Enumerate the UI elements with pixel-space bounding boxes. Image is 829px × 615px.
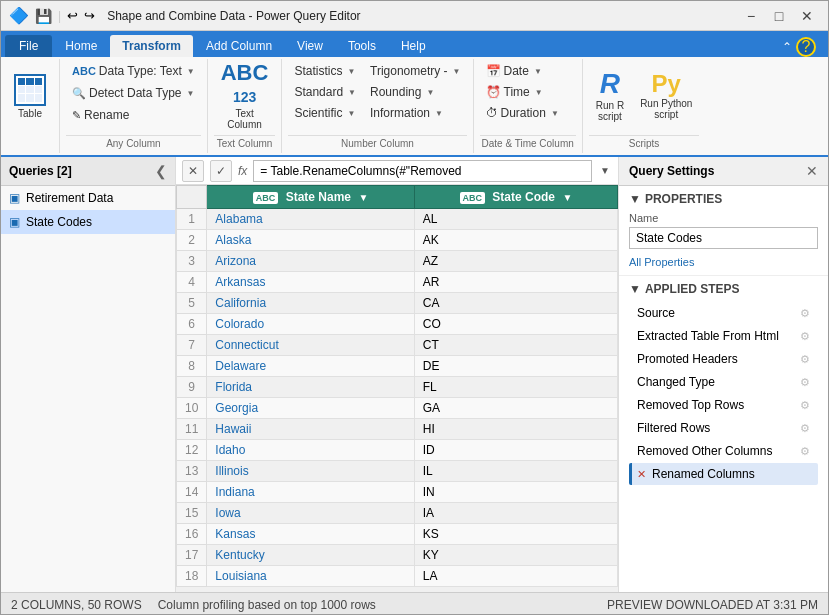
state-name-cell[interactable]: Alaska xyxy=(207,230,414,251)
state-name-cell[interactable]: Arizona xyxy=(207,251,414,272)
state-name-cell[interactable]: Florida xyxy=(207,377,414,398)
text-column-button[interactable]: ABC123 TextColumn xyxy=(214,61,276,131)
tab-view[interactable]: View xyxy=(285,35,335,57)
close-settings-button[interactable]: ✕ xyxy=(806,163,818,179)
rename-button[interactable]: ✎ Rename xyxy=(66,105,201,125)
date-arrow: ▼ xyxy=(534,67,542,76)
applied-step[interactable]: ✕ Renamed Columns xyxy=(629,463,818,485)
rename-label: Rename xyxy=(84,108,129,122)
tab-file[interactable]: File xyxy=(5,35,52,57)
number-column-content: Statistics ▼ Standard ▼ Scientific ▼ Tri… xyxy=(288,61,466,133)
save-icon[interactable]: 💾 xyxy=(35,8,52,24)
maximize-button[interactable]: □ xyxy=(766,5,792,27)
state-name-cell[interactable]: Arkansas xyxy=(207,272,414,293)
table-label: Table xyxy=(18,108,42,119)
trigonometry-button[interactable]: Trigonometry - ▼ xyxy=(364,61,467,81)
step-label: Source xyxy=(637,306,675,320)
state-name-cell[interactable]: California xyxy=(207,293,414,314)
undo-icon[interactable]: ↩ xyxy=(67,8,78,23)
state-name-cell[interactable]: Connecticut xyxy=(207,335,414,356)
applied-step[interactable]: Removed Top Rows ⚙ xyxy=(629,394,818,416)
state-name-cell[interactable]: Georgia xyxy=(207,398,414,419)
query-item-retirement[interactable]: ▣ Retirement Data xyxy=(1,186,175,210)
state-name-cell[interactable]: Hawaii xyxy=(207,419,414,440)
table-row: 17 Kentucky KY xyxy=(177,545,618,566)
formula-input[interactable] xyxy=(253,160,592,182)
applied-step[interactable]: Filtered Rows ⚙ xyxy=(629,417,818,439)
date-label: Date xyxy=(504,64,529,78)
state-name-cell[interactable]: Delaware xyxy=(207,356,414,377)
applied-step[interactable]: Extracted Table From Html ⚙ xyxy=(629,325,818,347)
state-name-cell[interactable]: Kentucky xyxy=(207,545,414,566)
state-name-cell[interactable]: Colorado xyxy=(207,314,414,335)
formula-cancel-button[interactable]: ✕ xyxy=(182,160,204,182)
time-button[interactable]: ⏰ Time ▼ xyxy=(480,82,565,102)
help-icon[interactable]: ⌃ ? xyxy=(782,37,816,57)
state-name-cell[interactable]: Iowa xyxy=(207,503,414,524)
state-name-cell[interactable]: Indiana xyxy=(207,482,414,503)
detect-dropdown-arrow: ▼ xyxy=(187,89,195,98)
step-gear-icon[interactable]: ⚙ xyxy=(800,422,810,435)
step-gear-icon[interactable]: ⚙ xyxy=(800,353,810,366)
standard-arrow: ▼ xyxy=(348,88,356,97)
query-name-input[interactable] xyxy=(629,227,818,249)
formula-confirm-button[interactable]: ✓ xyxy=(210,160,232,182)
state-name-filter-arrow[interactable]: ▼ xyxy=(358,192,368,203)
state-name-cell[interactable]: Alabama xyxy=(207,209,414,230)
formula-dropdown-arrow[interactable]: ▼ xyxy=(598,163,612,178)
state-name-header[interactable]: ABC State Name ▼ xyxy=(207,186,414,209)
detect-data-type-button[interactable]: 🔍 Detect Data Type ▼ xyxy=(66,83,201,103)
state-name-cell[interactable]: Illinois xyxy=(207,461,414,482)
step-gear-icon[interactable]: ⚙ xyxy=(800,445,810,458)
run-r-button[interactable]: R Run Rscript xyxy=(589,61,631,131)
date-button[interactable]: 📅 Date ▼ xyxy=(480,61,565,81)
applied-step[interactable]: Promoted Headers ⚙ xyxy=(629,348,818,370)
information-button[interactable]: Information ▼ xyxy=(364,103,467,123)
state-name-cell[interactable]: Idaho xyxy=(207,440,414,461)
scientific-button[interactable]: Scientific ▼ xyxy=(288,103,362,123)
state-code-header[interactable]: ABC State Code ▼ xyxy=(414,186,617,209)
table-btn-area: Table xyxy=(7,61,53,151)
step-label: Promoted Headers xyxy=(637,352,738,366)
tab-home[interactable]: Home xyxy=(53,35,109,57)
applied-step[interactable]: Changed Type ⚙ xyxy=(629,371,818,393)
grid-container[interactable]: ABC State Name ▼ ABC State Code ▼ 1 Alab… xyxy=(176,185,618,592)
close-button[interactable]: ✕ xyxy=(794,5,820,27)
step-gear-icon[interactable]: ⚙ xyxy=(800,376,810,389)
row-number: 4 xyxy=(177,272,207,293)
query-label-state-codes: State Codes xyxy=(26,215,92,229)
table-row: 4 Arkansas AR xyxy=(177,272,618,293)
datetime-label: Date & Time Column xyxy=(480,135,576,151)
collapse-queries-button[interactable]: ❮ xyxy=(155,163,167,179)
duration-button[interactable]: ⏱ Duration ▼ xyxy=(480,103,565,123)
minimize-button[interactable]: − xyxy=(738,5,764,27)
rounding-button[interactable]: Rounding ▼ xyxy=(364,82,467,102)
ribbon-group-text-column: ABC123 TextColumn Text Column xyxy=(208,59,283,153)
state-name-cell[interactable]: Louisiana xyxy=(207,566,414,587)
statistics-button[interactable]: Statistics ▼ xyxy=(288,61,362,81)
query-item-state-codes[interactable]: ▣ State Codes xyxy=(1,210,175,234)
state-code-col-label: State Code xyxy=(492,190,555,204)
state-code-filter-arrow[interactable]: ▼ xyxy=(562,192,572,203)
table-button[interactable]: Table xyxy=(7,61,53,131)
all-properties-link[interactable]: All Properties xyxy=(629,256,694,268)
window-controls: − □ ✕ xyxy=(738,5,820,27)
state-code-cell: IL xyxy=(414,461,617,482)
step-gear-icon[interactable]: ⚙ xyxy=(800,307,810,320)
state-name-cell[interactable]: Kansas xyxy=(207,524,414,545)
tab-add-column[interactable]: Add Column xyxy=(194,35,284,57)
step-gear-icon[interactable]: ⚙ xyxy=(800,330,810,343)
step-label: Removed Other Columns xyxy=(637,444,772,458)
applied-step[interactable]: Source ⚙ xyxy=(629,302,818,324)
step-gear-icon[interactable]: ⚙ xyxy=(800,399,810,412)
state-code-cell: AL xyxy=(414,209,617,230)
run-python-button[interactable]: Py Run Pythonscript xyxy=(633,61,699,131)
step-label: Renamed Columns xyxy=(652,467,755,481)
tab-help[interactable]: Help xyxy=(389,35,438,57)
data-type-button[interactable]: ABC Data Type: Text ▼ xyxy=(66,61,201,81)
applied-step[interactable]: Removed Other Columns ⚙ xyxy=(629,440,818,462)
tab-transform[interactable]: Transform xyxy=(110,35,193,57)
redo-icon[interactable]: ↪ xyxy=(84,8,95,23)
tab-tools[interactable]: Tools xyxy=(336,35,388,57)
standard-button[interactable]: Standard ▼ xyxy=(288,82,362,102)
